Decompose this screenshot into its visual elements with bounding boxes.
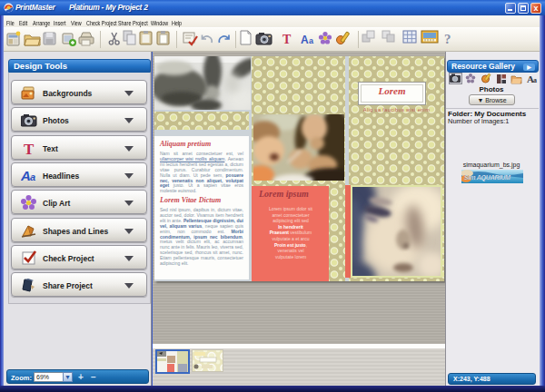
svg-text:a: a xyxy=(30,172,35,182)
svg-text:A: A xyxy=(301,34,309,46)
svg-text:?: ? xyxy=(444,32,451,46)
svg-text:a: a xyxy=(309,36,314,45)
svg-text:T: T xyxy=(282,33,292,46)
svg-text:Sım AQUARIUM: Sım AQUARIUM xyxy=(464,174,510,181)
svg-text:a: a xyxy=(533,76,537,84)
svg-text:T: T xyxy=(24,141,35,157)
